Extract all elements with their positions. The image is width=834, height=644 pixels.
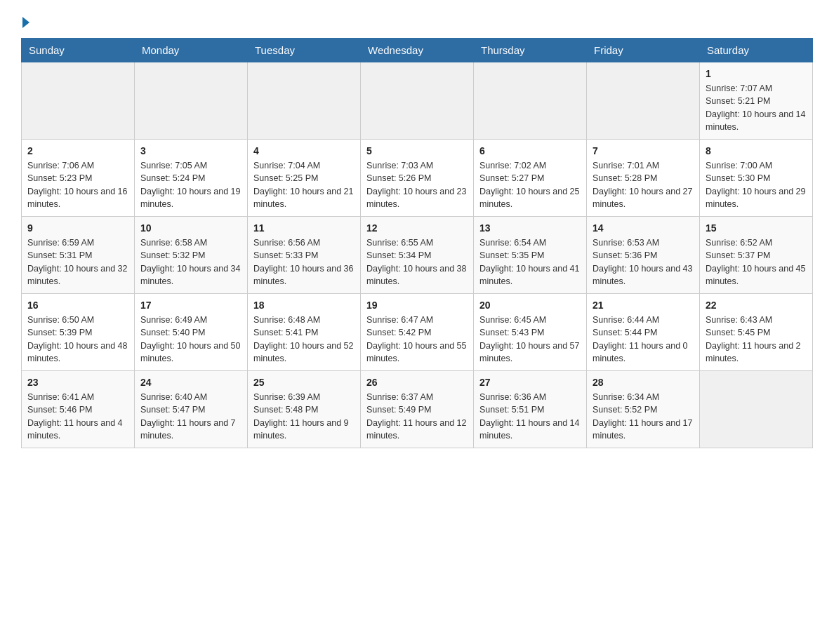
calendar-table: SundayMondayTuesdayWednesdayThursdayFrid… <box>21 38 813 448</box>
daylight-text: Daylight: 10 hours and 23 minutes. <box>366 187 466 209</box>
day-number: 5 <box>366 144 468 158</box>
weekday-header-monday: Monday <box>135 39 248 62</box>
sunset-text: Sunset: 5:46 PM <box>27 405 92 415</box>
day-number: 10 <box>140 221 241 235</box>
sunrise-text: Sunrise: 6:49 AM <box>140 315 207 325</box>
day-number: 2 <box>27 144 128 158</box>
sunrise-text: Sunrise: 6:37 AM <box>366 392 433 402</box>
daylight-text: Daylight: 11 hours and 0 minutes. <box>593 341 688 363</box>
sunset-text: Sunset: 5:48 PM <box>253 405 318 415</box>
sunrise-text: Sunrise: 6:47 AM <box>366 315 433 325</box>
day-number: 7 <box>593 144 694 158</box>
sunset-text: Sunset: 5:39 PM <box>27 328 92 337</box>
daylight-text: Daylight: 10 hours and 48 minutes. <box>27 341 127 363</box>
day-number: 21 <box>593 298 694 312</box>
day-number: 14 <box>593 221 694 235</box>
sunset-text: Sunset: 5:42 PM <box>366 328 431 337</box>
sunset-text: Sunset: 5:32 PM <box>140 250 205 260</box>
daylight-text: Daylight: 10 hours and 41 minutes. <box>479 264 579 286</box>
calendar-cell: 11Sunrise: 6:56 AMSunset: 5:33 PMDayligh… <box>248 217 361 294</box>
daylight-text: Daylight: 10 hours and 43 minutes. <box>593 264 692 286</box>
daylight-text: Daylight: 11 hours and 2 minutes. <box>706 341 801 363</box>
sunset-text: Sunset: 5:23 PM <box>27 173 92 183</box>
sunrise-text: Sunrise: 7:01 AM <box>593 161 659 170</box>
daylight-text: Daylight: 10 hours and 36 minutes. <box>253 264 353 286</box>
calendar-cell: 20Sunrise: 6:45 AMSunset: 5:43 PMDayligh… <box>474 294 587 371</box>
sunrise-text: Sunrise: 6:36 AM <box>479 392 546 402</box>
sunset-text: Sunset: 5:36 PM <box>593 250 657 260</box>
day-number: 26 <box>366 375 468 389</box>
calendar-cell: 17Sunrise: 6:49 AMSunset: 5:40 PMDayligh… <box>135 294 248 371</box>
day-number: 6 <box>479 144 581 158</box>
day-number: 25 <box>253 375 355 389</box>
calendar-cell: 1Sunrise: 7:07 AMSunset: 5:21 PMDaylight… <box>700 62 813 140</box>
daylight-text: Daylight: 11 hours and 14 minutes. <box>479 418 579 441</box>
daylight-text: Daylight: 10 hours and 27 minutes. <box>593 187 692 209</box>
calendar-cell: 6Sunrise: 7:02 AMSunset: 5:27 PMDaylight… <box>474 140 587 217</box>
sunrise-text: Sunrise: 6:54 AM <box>479 238 546 248</box>
weekday-header-sunday: Sunday <box>22 39 135 62</box>
calendar-cell: 28Sunrise: 6:34 AMSunset: 5:52 PMDayligh… <box>587 371 700 448</box>
sunset-text: Sunset: 5:21 PM <box>706 96 770 106</box>
calendar-cell: 12Sunrise: 6:55 AMSunset: 5:34 PMDayligh… <box>361 217 474 294</box>
daylight-text: Daylight: 10 hours and 29 minutes. <box>706 187 805 209</box>
daylight-text: Daylight: 11 hours and 17 minutes. <box>593 418 692 441</box>
calendar-cell: 2Sunrise: 7:06 AMSunset: 5:23 PMDaylight… <box>22 140 135 217</box>
daylight-text: Daylight: 10 hours and 32 minutes. <box>27 264 127 286</box>
sunset-text: Sunset: 5:44 PM <box>593 328 657 337</box>
daylight-text: Daylight: 10 hours and 38 minutes. <box>366 264 466 286</box>
calendar-cell <box>474 62 587 140</box>
day-number: 19 <box>366 298 468 312</box>
calendar-cell: 8Sunrise: 7:00 AMSunset: 5:30 PMDaylight… <box>700 140 813 217</box>
day-number: 16 <box>27 298 128 312</box>
daylight-text: Daylight: 10 hours and 55 minutes. <box>366 341 466 363</box>
sunset-text: Sunset: 5:43 PM <box>479 328 544 337</box>
day-number: 24 <box>140 375 241 389</box>
calendar-cell <box>135 62 248 140</box>
sunrise-text: Sunrise: 6:43 AM <box>706 315 772 325</box>
daylight-text: Daylight: 10 hours and 57 minutes. <box>479 341 579 363</box>
daylight-text: Daylight: 10 hours and 45 minutes. <box>706 264 805 286</box>
sunrise-text: Sunrise: 6:59 AM <box>27 238 94 248</box>
week-row-3: 9Sunrise: 6:59 AMSunset: 5:31 PMDaylight… <box>22 217 813 294</box>
day-number: 12 <box>366 221 468 235</box>
weekday-header-wednesday: Wednesday <box>361 39 474 62</box>
calendar-cell: 15Sunrise: 6:52 AMSunset: 5:37 PMDayligh… <box>700 217 813 294</box>
sunrise-text: Sunrise: 6:48 AM <box>253 315 320 325</box>
weekday-header-friday: Friday <box>587 39 700 62</box>
calendar-cell <box>22 62 135 140</box>
daylight-text: Daylight: 10 hours and 25 minutes. <box>479 187 579 209</box>
day-number: 13 <box>479 221 581 235</box>
calendar-cell: 14Sunrise: 6:53 AMSunset: 5:36 PMDayligh… <box>587 217 700 294</box>
weekday-header-row: SundayMondayTuesdayWednesdayThursdayFrid… <box>22 39 813 62</box>
sunset-text: Sunset: 5:31 PM <box>27 250 92 260</box>
sunset-text: Sunset: 5:45 PM <box>706 328 770 337</box>
sunrise-text: Sunrise: 6:45 AM <box>479 315 546 325</box>
sunset-text: Sunset: 5:24 PM <box>140 173 205 183</box>
calendar-cell: 4Sunrise: 7:04 AMSunset: 5:25 PMDaylight… <box>248 140 361 217</box>
sunrise-text: Sunrise: 6:56 AM <box>253 238 320 248</box>
sunrise-text: Sunrise: 6:44 AM <box>593 315 659 325</box>
calendar-cell: 19Sunrise: 6:47 AMSunset: 5:42 PMDayligh… <box>361 294 474 371</box>
sunset-text: Sunset: 5:47 PM <box>140 405 205 415</box>
day-number: 3 <box>140 144 241 158</box>
logo <box>21 14 29 27</box>
calendar-cell <box>587 62 700 140</box>
weekday-header-saturday: Saturday <box>700 39 813 62</box>
sunrise-text: Sunrise: 7:06 AM <box>27 161 94 170</box>
calendar-cell: 24Sunrise: 6:40 AMSunset: 5:47 PMDayligh… <box>135 371 248 448</box>
day-number: 11 <box>253 221 355 235</box>
calendar-cell: 9Sunrise: 6:59 AMSunset: 5:31 PMDaylight… <box>22 217 135 294</box>
calendar-cell: 23Sunrise: 6:41 AMSunset: 5:46 PMDayligh… <box>22 371 135 448</box>
sunrise-text: Sunrise: 7:05 AM <box>140 161 207 170</box>
day-number: 9 <box>27 221 128 235</box>
sunset-text: Sunset: 5:28 PM <box>593 173 657 183</box>
calendar-cell <box>361 62 474 140</box>
daylight-text: Daylight: 10 hours and 21 minutes. <box>253 187 353 209</box>
daylight-text: Daylight: 11 hours and 4 minutes. <box>27 418 123 441</box>
sunrise-text: Sunrise: 6:55 AM <box>366 238 433 248</box>
calendar-cell: 5Sunrise: 7:03 AMSunset: 5:26 PMDaylight… <box>361 140 474 217</box>
day-number: 27 <box>479 375 581 389</box>
day-number: 17 <box>140 298 241 312</box>
sunset-text: Sunset: 5:27 PM <box>479 173 544 183</box>
